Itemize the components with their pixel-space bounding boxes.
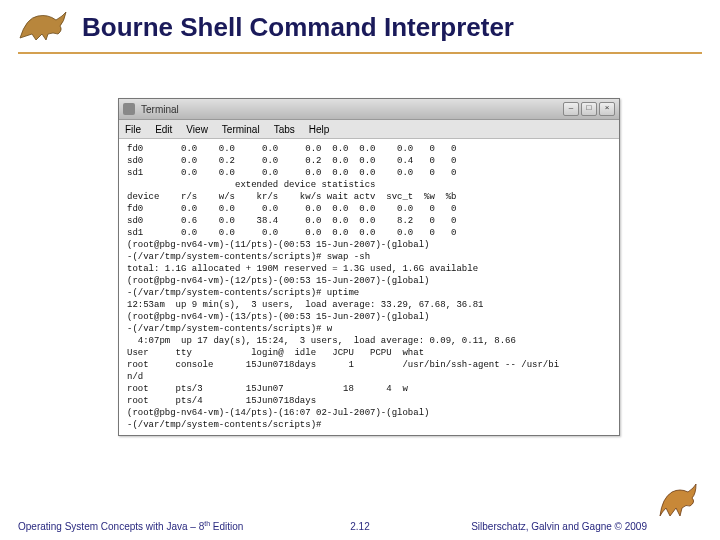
dinosaur-icon <box>18 8 68 43</box>
close-button[interactable]: × <box>599 102 615 116</box>
footer-left: Operating System Concepts with Java – 8t… <box>18 520 243 532</box>
footer-edition: Edition <box>210 521 243 532</box>
terminal-window: Terminal – □ × File Edit View Terminal T… <box>118 98 620 436</box>
dinosaur-icon <box>656 482 698 520</box>
menu-file[interactable]: File <box>125 124 141 135</box>
menu-tabs[interactable]: Tabs <box>274 124 295 135</box>
menu-terminal[interactable]: Terminal <box>222 124 260 135</box>
footer-book-title: Operating System Concepts with Java – 8 <box>18 521 204 532</box>
minimize-button[interactable]: – <box>563 102 579 116</box>
slide-footer: Operating System Concepts with Java – 8t… <box>18 520 702 532</box>
menu-help[interactable]: Help <box>309 124 330 135</box>
menu-edit[interactable]: Edit <box>155 124 172 135</box>
slide-title: Bourne Shell Command Interpreter <box>82 12 514 43</box>
title-divider <box>18 52 702 54</box>
window-title: Terminal <box>141 104 179 115</box>
maximize-button[interactable]: □ <box>581 102 597 116</box>
window-app-icon <box>123 103 135 115</box>
menu-view[interactable]: View <box>186 124 208 135</box>
terminal-output: fd0 0.0 0.0 0.0 0.0 0.0 0.0 0.0 0 0 sd0 … <box>119 139 619 435</box>
footer-page-number: 2.12 <box>350 521 369 532</box>
terminal-titlebar: Terminal – □ × <box>119 99 619 120</box>
footer-copyright: Silberschatz, Galvin and Gagne © 2009 <box>471 521 647 532</box>
terminal-menubar: File Edit View Terminal Tabs Help <box>119 120 619 139</box>
